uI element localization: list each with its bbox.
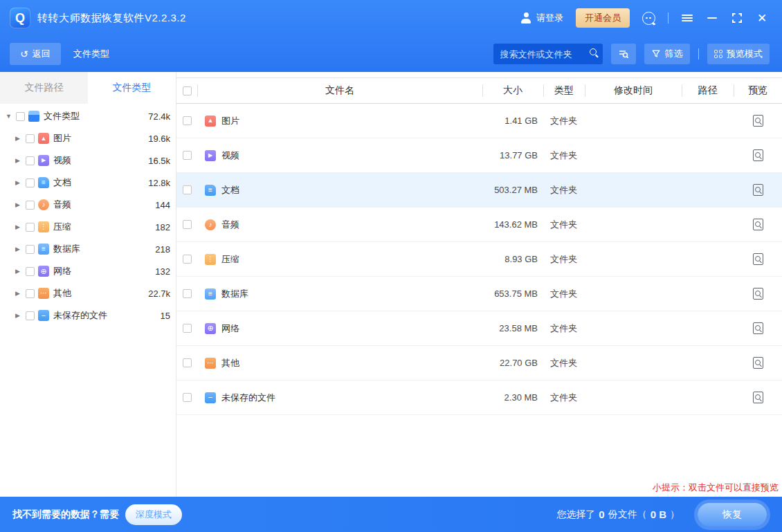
preview-button[interactable] xyxy=(753,253,763,265)
row-checkbox[interactable] xyxy=(183,151,192,160)
row-checkbox[interactable] xyxy=(183,185,192,194)
expand-arrow-icon[interactable]: ▶ xyxy=(15,179,26,186)
tree-item-network[interactable]: ▶ ⊕ 网络 132 xyxy=(0,260,176,282)
audio-type-icon: ♪ xyxy=(205,219,216,230)
table-row-database[interactable]: ≡数据库 653.75 MB 文件夹 xyxy=(176,277,782,311)
column-preview: 预览 xyxy=(734,78,782,103)
login-label: 请登录 xyxy=(536,12,563,24)
tree-item-unsaved[interactable]: ▶ − 未保存的文件 15 xyxy=(0,304,176,327)
checkbox[interactable] xyxy=(26,178,35,187)
tree-item-doc[interactable]: ▶ ≡ 文档 12.8k xyxy=(0,172,176,194)
tree-item-other[interactable]: ▶ ⋯ 其他 22.7k xyxy=(0,282,176,304)
file-type: 文件夹 xyxy=(543,219,585,231)
tree-count: 144 xyxy=(155,200,170,210)
preview-button[interactable] xyxy=(753,115,763,127)
expand-arrow-icon[interactable]: ▶ xyxy=(15,312,26,319)
table-row-doc[interactable]: ≡文档 503.27 MB 文件夹 xyxy=(176,173,782,208)
row-checkbox[interactable] xyxy=(183,324,192,333)
search-input[interactable] xyxy=(493,44,603,64)
tree-item-video[interactable]: ▶ ▶ 视频 16.5k xyxy=(0,149,176,172)
list-search-icon xyxy=(618,48,629,59)
table-row-video[interactable]: ▶视频 13.77 GB 文件夹 xyxy=(176,138,782,173)
file-name: 其他 xyxy=(221,357,239,369)
file-size: 143.62 MB xyxy=(482,219,543,230)
row-checkbox[interactable] xyxy=(183,358,192,367)
expand-arrow-icon[interactable]: ▶ xyxy=(15,268,26,275)
file-name: 网络 xyxy=(221,322,239,335)
checkbox[interactable] xyxy=(26,245,35,254)
expand-arrow-icon[interactable]: ▶ xyxy=(15,157,26,164)
row-checkbox[interactable] xyxy=(183,393,192,402)
preview-button[interactable] xyxy=(753,288,763,300)
checkbox[interactable] xyxy=(26,201,35,210)
database-type-icon: ≡ xyxy=(38,244,49,255)
checkbox[interactable] xyxy=(16,112,25,121)
funnel-icon xyxy=(651,49,661,59)
preview-button[interactable] xyxy=(753,392,763,403)
expand-arrow-icon[interactable]: ▶ xyxy=(15,223,26,230)
tree-label: 视频 xyxy=(53,154,71,167)
select-all-checkbox[interactable] xyxy=(183,86,192,95)
tree-item-root[interactable]: ▼ 文件类型 72.4k xyxy=(0,105,176,127)
file-size: 22.70 GB xyxy=(482,358,543,368)
deep-mode-button[interactable]: 深度模式 xyxy=(125,504,182,525)
checkbox[interactable] xyxy=(26,156,35,165)
tree-label: 数据库 xyxy=(53,243,80,255)
preview-button[interactable] xyxy=(753,219,763,230)
checkbox[interactable] xyxy=(26,134,35,143)
close-button[interactable]: ✕ xyxy=(756,12,768,24)
app-logo-icon: Q xyxy=(10,8,30,28)
tree-count: 182 xyxy=(155,222,170,232)
toolbar: ↺ 返回 文件类型 筛选 预览模式 xyxy=(0,36,782,72)
checkbox[interactable] xyxy=(26,289,35,298)
file-types-icon xyxy=(28,111,39,122)
checkbox[interactable] xyxy=(26,223,35,232)
tree-item-audio[interactable]: ▶ ♪ 音频 144 xyxy=(0,194,176,216)
search-icon[interactable] xyxy=(590,48,597,55)
table-row-unsaved[interactable]: −未保存的文件 2.30 MB 文件夹 xyxy=(176,380,782,415)
row-checkbox[interactable] xyxy=(183,116,192,125)
deep-mode-prompt: 找不到需要的数据？需要 xyxy=(12,508,119,521)
tree-count: 19.6k xyxy=(148,134,170,144)
filter-button[interactable]: 筛选 xyxy=(644,44,690,64)
network-type-icon: ⊕ xyxy=(38,266,49,277)
minimize-button[interactable] xyxy=(706,12,718,24)
tree-item-zip[interactable]: ▶ ⋮ 压缩 182 xyxy=(0,216,176,238)
list-search-button[interactable] xyxy=(611,44,636,64)
preview-button[interactable] xyxy=(753,357,763,369)
table-row-zip[interactable]: ⋮压缩 8.93 GB 文件夹 xyxy=(176,242,782,277)
collapse-arrow-icon[interactable]: ▼ xyxy=(6,113,16,120)
open-vip-button[interactable]: 开通会员 xyxy=(576,8,630,28)
row-checkbox[interactable] xyxy=(183,220,192,229)
login-button[interactable]: 请登录 xyxy=(520,12,563,24)
maximize-button[interactable] xyxy=(731,12,743,24)
checkbox[interactable] xyxy=(26,267,35,276)
preview-mode-label: 预览模式 xyxy=(727,48,763,60)
customer-service-icon[interactable] xyxy=(642,12,655,25)
table-row-other[interactable]: ⋯其他 22.70 GB 文件夹 xyxy=(176,346,782,380)
tree-label: 文件类型 xyxy=(44,110,80,122)
tab-file-path[interactable]: 文件路径 xyxy=(0,72,88,104)
expand-arrow-icon[interactable]: ▶ xyxy=(15,246,26,253)
header-checkbox-cell xyxy=(176,78,197,103)
preview-mode-button[interactable]: 预览模式 xyxy=(707,44,770,64)
tree-item-database[interactable]: ▶ ≡ 数据库 218 xyxy=(0,238,176,260)
menu-button[interactable] xyxy=(681,12,693,24)
selection-prefix: 您选择了 xyxy=(556,508,595,521)
row-checkbox[interactable] xyxy=(183,289,192,298)
preview-button[interactable] xyxy=(753,149,763,161)
preview-button[interactable] xyxy=(753,184,763,196)
checkbox[interactable] xyxy=(26,311,35,320)
tab-file-type[interactable]: 文件类型 xyxy=(88,72,176,104)
back-button[interactable]: ↺ 返回 xyxy=(10,43,61,65)
expand-arrow-icon[interactable]: ▶ xyxy=(15,201,26,208)
recover-button[interactable]: 恢复 xyxy=(698,503,767,526)
tree-item-image[interactable]: ▶ ▲ 图片 19.6k xyxy=(0,127,176,149)
table-row-image[interactable]: ▲图片 1.41 GB 文件夹 xyxy=(176,104,782,138)
table-row-network[interactable]: ⊕网络 23.58 MB 文件夹 xyxy=(176,311,782,346)
preview-button[interactable] xyxy=(753,322,763,334)
expand-arrow-icon[interactable]: ▶ xyxy=(15,290,26,297)
row-checkbox[interactable] xyxy=(183,255,192,264)
table-row-audio[interactable]: ♪音频 143.62 MB 文件夹 xyxy=(176,208,782,242)
expand-arrow-icon[interactable]: ▶ xyxy=(15,135,26,142)
